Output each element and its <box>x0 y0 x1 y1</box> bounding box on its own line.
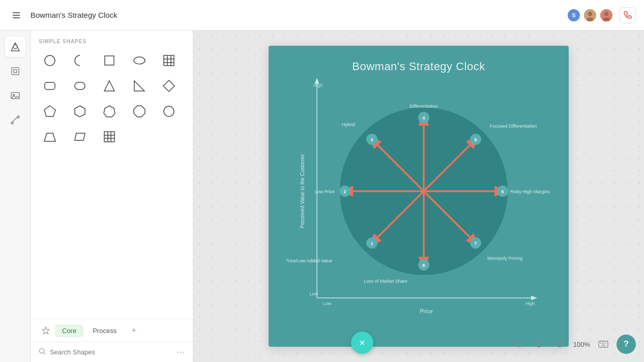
document-title: Bowman's Strategy Clock <box>31 11 561 19</box>
svg-text:3: 3 <box>370 137 373 142</box>
phone-button[interactable] <box>620 7 636 23</box>
svg-rect-20 <box>164 55 174 66</box>
shape-parallelogram[interactable] <box>69 126 91 148</box>
svg-text:5: 5 <box>474 137 477 142</box>
zoom-level: 100% <box>573 341 590 348</box>
svg-text:Risky High Margins: Risky High Margins <box>510 189 550 194</box>
svg-point-8 <box>603 17 610 22</box>
keyboard-icon[interactable] <box>595 336 611 352</box>
shape-rounded-rect[interactable] <box>39 75 61 97</box>
svg-point-43 <box>40 349 44 353</box>
canvas-area[interactable]: Bowman's Strategy Clock Price Perceived … <box>193 31 644 362</box>
svg-text:Low Price: Low Price <box>314 189 335 194</box>
svg-rect-37 <box>104 132 114 142</box>
svg-rect-88 <box>599 341 608 347</box>
svg-text:4: 4 <box>422 115 425 120</box>
svg-rect-18 <box>105 56 114 65</box>
svg-line-44 <box>44 353 46 355</box>
svg-text:Low: Low <box>309 291 318 296</box>
shape-triangle[interactable] <box>98 75 121 97</box>
svg-marker-30 <box>44 106 55 116</box>
svg-marker-36 <box>75 133 85 140</box>
svg-text:Low Price/Low Added Value: Low Price/Low Added Value <box>286 258 332 263</box>
svg-rect-26 <box>75 82 85 89</box>
shape-octagon[interactable] <box>128 100 151 123</box>
shapes-panel-icon[interactable] <box>5 37 25 57</box>
svg-point-4 <box>588 12 593 16</box>
svg-rect-11 <box>12 68 19 75</box>
shape-pentagon[interactable] <box>39 100 61 123</box>
svg-point-10 <box>13 45 17 49</box>
shape-heptagon[interactable] <box>98 100 121 123</box>
cloud-icon[interactable] <box>509 336 525 352</box>
shape-table[interactable] <box>158 49 180 72</box>
shapes-section-label: SIMPLE SHAPES <box>39 39 185 44</box>
tab-core[interactable]: Core <box>55 324 83 337</box>
diagram-title: Bowman's Strategy Clock <box>269 60 569 73</box>
draw-icon[interactable] <box>5 110 25 130</box>
shape-right-triangle[interactable] <box>128 75 151 97</box>
svg-marker-32 <box>104 106 115 117</box>
svg-text:Perceived Value to the Custome: Perceived Value to the Customer <box>300 154 305 228</box>
svg-marker-42 <box>42 327 49 334</box>
favorite-icon[interactable] <box>39 323 53 338</box>
svg-text:Low: Low <box>323 301 332 306</box>
svg-text:Price: Price <box>420 308 432 314</box>
svg-text:6: 6 <box>501 189 504 194</box>
shape-crescent[interactable] <box>69 49 91 72</box>
search-more-icon[interactable]: ⋯ <box>177 347 185 357</box>
svg-text:Focused Differentiation: Focused Differentiation <box>490 124 537 129</box>
svg-text:Differentiation: Differentiation <box>409 104 437 109</box>
search-icon <box>39 348 46 356</box>
svg-point-5 <box>587 17 594 22</box>
svg-marker-33 <box>134 106 145 117</box>
svg-text:Hybrid: Hybrid <box>342 122 355 127</box>
help-button[interactable]: ? <box>617 335 636 354</box>
svg-point-7 <box>604 12 609 16</box>
svg-rect-25 <box>45 82 55 89</box>
shapes-grid <box>39 49 185 148</box>
avatar-2 <box>599 8 613 22</box>
search-input[interactable] <box>50 348 172 356</box>
add-tab-button[interactable]: + <box>127 323 141 338</box>
svg-text:1: 1 <box>370 241 373 246</box>
avatar-1 <box>583 8 597 22</box>
shape-diamond[interactable] <box>158 75 180 97</box>
shape-rounded-rect2[interactable] <box>69 75 91 97</box>
diagram-svg: Price Perceived Value to the Customer Hi… <box>286 64 551 328</box>
svg-point-19 <box>134 57 145 64</box>
collaborators: S <box>567 8 613 22</box>
svg-marker-9 <box>11 43 19 51</box>
svg-marker-28 <box>134 81 144 91</box>
svg-text:7: 7 <box>474 241 477 246</box>
menu-button[interactable] <box>8 7 24 23</box>
svg-text:Loss of Market Share: Loss of Market Share <box>364 279 407 284</box>
shapes-panel: SIMPLE SHAPES <box>31 31 193 362</box>
svg-point-34 <box>164 106 174 116</box>
frame-icon[interactable] <box>5 61 25 81</box>
shape-grid[interactable] <box>98 126 121 148</box>
shape-square[interactable] <box>98 49 121 72</box>
left-sidebar <box>0 31 31 362</box>
shape-ellipse[interactable] <box>128 49 151 72</box>
shape-hexagon[interactable] <box>69 100 91 123</box>
svg-marker-35 <box>44 133 55 141</box>
bottom-toolbar: 100% ? <box>509 335 636 354</box>
svg-rect-12 <box>14 70 17 73</box>
redo-icon[interactable] <box>552 336 568 352</box>
shapes-tabs: Core Process + <box>31 319 193 342</box>
svg-marker-29 <box>163 80 174 92</box>
svg-text:Monopoly Pricing: Monopoly Pricing <box>487 256 522 261</box>
svg-text:8: 8 <box>422 263 425 268</box>
search-bar: ⋯ <box>31 342 193 362</box>
shape-circle[interactable] <box>39 49 61 72</box>
shape-circle-outline[interactable] <box>158 100 180 123</box>
svg-marker-31 <box>75 106 85 117</box>
close-shapes-panel-button[interactable]: × <box>351 331 373 354</box>
image-icon[interactable] <box>5 85 25 106</box>
shape-trapezoid-up[interactable] <box>39 126 61 148</box>
tab-process[interactable]: Process <box>85 324 124 337</box>
svg-text:High: High <box>525 301 535 306</box>
diagram-card: Bowman's Strategy Clock Price Perceived … <box>269 46 569 347</box>
undo-icon[interactable] <box>531 336 547 352</box>
